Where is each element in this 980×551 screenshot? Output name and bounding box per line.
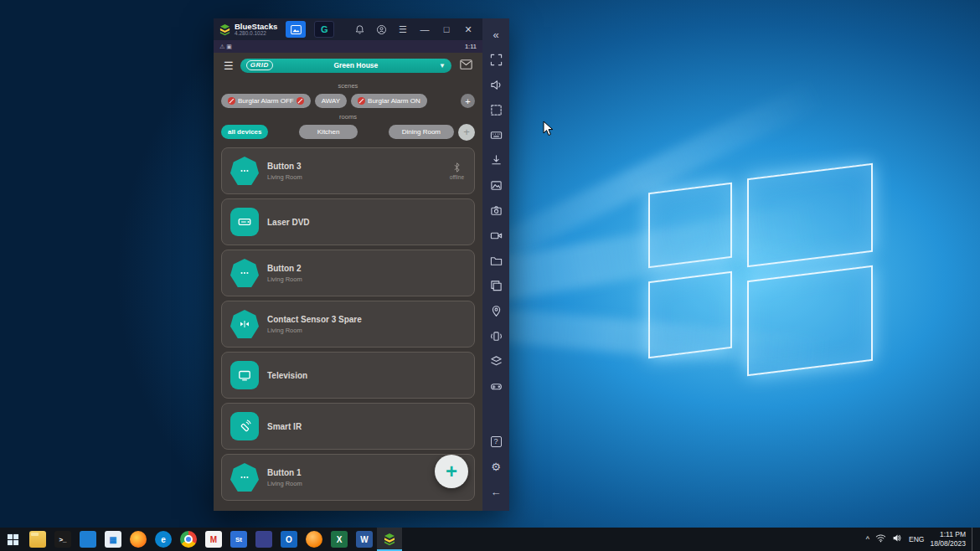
add-device-button[interactable]: + <box>435 455 468 488</box>
media-manager-icon[interactable] <box>483 173 508 198</box>
screen-record-icon[interactable] <box>483 223 508 248</box>
room-label: Kitchen <box>317 128 340 136</box>
taskbar-store[interactable]: ▦ <box>101 528 126 551</box>
scene-chip-burglar-alarm-on[interactable]: Burglar Alarm ON <box>351 94 427 108</box>
tray-volume-icon[interactable] <box>892 532 903 547</box>
room-chip-dining-room[interactable]: Dining Room <box>389 125 454 139</box>
minimize-button[interactable]: — <box>415 21 434 38</box>
close-button[interactable]: ✕ <box>459 21 477 38</box>
volume-icon[interactable] <box>483 72 508 97</box>
home-name: Green House <box>278 61 434 70</box>
help-glyph: ? <box>491 436 502 447</box>
wallpaper-pane <box>747 163 873 267</box>
notifications-bell-icon[interactable] <box>350 21 369 38</box>
grid-logo: GRID <box>246 60 273 70</box>
taskbar-edge[interactable]: e <box>151 528 176 551</box>
account-icon[interactable] <box>372 21 390 38</box>
screenshot-camera-icon[interactable] <box>483 198 508 223</box>
button-device-icon <box>230 259 259 287</box>
home-tab-photo-icon <box>291 25 302 34</box>
device-name: Button 3 <box>267 162 441 171</box>
scene-label: Burglar Alarm ON <box>368 97 420 105</box>
rotate-icon[interactable] <box>483 348 508 373</box>
device-room: Living Room <box>267 276 466 283</box>
device-card-smart-ir[interactable]: Smart IR <box>221 403 475 450</box>
shake-icon[interactable] <box>483 323 508 348</box>
sd-card-icon: ▣ <box>226 44 232 50</box>
bluestacks-logo-icon <box>219 23 231 36</box>
start-button[interactable] <box>0 528 25 551</box>
settings-gear-icon[interactable]: ⚙ <box>483 454 508 479</box>
wallpaper-pane <box>648 271 732 358</box>
screenshot-region-icon[interactable] <box>483 97 508 122</box>
collapse-sidebar-icon[interactable]: « <box>483 22 508 47</box>
tray-expand-icon[interactable]: ^ <box>866 535 869 543</box>
device-card-television[interactable]: Television <box>221 352 475 399</box>
messages-icon[interactable] <box>460 58 472 73</box>
add-room-button[interactable]: + <box>458 124 475 141</box>
back-icon[interactable]: ← <box>483 479 508 504</box>
maximize-button[interactable]: □ <box>437 21 456 38</box>
multi-instance-icon[interactable] <box>483 273 508 298</box>
bluestacks-toolbar: « <box>482 18 509 511</box>
taskbar-file-explorer[interactable] <box>25 528 50 551</box>
home-selector[interactable]: GRID Green House ▼ <box>240 59 451 73</box>
taskbar-steam[interactable]: St <box>226 528 251 551</box>
location-icon[interactable] <box>483 298 508 323</box>
taskbar-firefox[interactable] <box>126 528 151 551</box>
taskbar-bluestacks[interactable] <box>377 528 402 551</box>
show-desktop-button[interactable] <box>972 528 975 551</box>
grid-app-tab[interactable]: G <box>314 21 334 38</box>
scene-label: AWAY <box>322 97 340 105</box>
rooms-row: all devices Kitchen Dining Room + <box>214 124 482 140</box>
smart-ir-device-icon <box>230 412 259 440</box>
device-card-button-3[interactable]: Button 3 Living Room offline <box>221 147 475 194</box>
scene-chip-away[interactable]: AWAY <box>315 94 347 108</box>
device-card-button-2[interactable]: Button 2 Living Room <box>221 250 475 296</box>
contact-sensor-device-icon <box>230 310 259 338</box>
fullscreen-icon[interactable] <box>483 47 508 72</box>
folder-icon[interactable] <box>483 248 508 273</box>
help-icon[interactable]: ? <box>483 429 508 454</box>
rooms-label: rooms <box>214 113 482 121</box>
room-label: Dining Room <box>402 128 441 136</box>
android-clock: 1:11 <box>465 43 477 50</box>
install-apk-icon[interactable] <box>483 147 508 173</box>
taskbar-java[interactable] <box>302 528 327 551</box>
room-chip-kitchen[interactable]: Kitchen <box>299 125 358 139</box>
network-icon[interactable] <box>875 532 886 547</box>
clock-time: 1:11 PM <box>930 530 966 539</box>
taskbar-word[interactable]: W <box>352 528 377 551</box>
taskbar-teams[interactable] <box>251 528 276 551</box>
device-room: Living Room <box>267 327 466 334</box>
room-label: all devices <box>228 128 261 136</box>
device-card-laser-dvd[interactable]: Laser DVD <box>221 198 475 245</box>
button-device-icon <box>230 463 259 492</box>
television-device-icon <box>230 361 259 389</box>
taskbar-excel[interactable]: X <box>327 528 352 551</box>
game-controls-icon[interactable] <box>483 373 508 399</box>
grid-app: ☰ GRID Green House ▼ scenes <box>214 53 482 511</box>
room-chip-all-devices[interactable]: all devices <box>221 125 268 139</box>
alarm-on-icon <box>358 97 365 105</box>
scene-chip-burglar-alarm-off[interactable]: Burglar Alarm OFF <box>221 94 311 108</box>
device-name: Television <box>267 371 466 380</box>
add-scene-button[interactable]: + <box>461 94 475 108</box>
taskbar: >_ ▦ e M St O X W ^ ENG <box>0 528 980 551</box>
keymap-icon[interactable] <box>483 122 508 147</box>
taskbar-clock[interactable]: 1:11 PM 18/08/2023 <box>930 530 966 548</box>
bluestacks-titlebar: BlueStacks 4.280.0.1022 G <box>214 18 482 40</box>
taskbar-command-prompt[interactable]: >_ <box>50 528 75 551</box>
taskbar-chrome[interactable] <box>176 528 201 551</box>
taskbar-gmail[interactable]: M <box>201 528 226 551</box>
scenes-label: scenes <box>214 82 482 90</box>
app-menu-icon[interactable]: ☰ <box>224 59 234 72</box>
device-card-contact-sensor[interactable]: Contact Sensor 3 Spare Living Room <box>221 301 475 348</box>
taskbar-outlook[interactable]: O <box>276 528 302 551</box>
device-list: Button 3 Living Room offline <box>214 147 482 501</box>
menu-icon[interactable]: ☰ <box>394 21 412 38</box>
warning-icon: ⚠ <box>219 44 224 50</box>
home-tab[interactable] <box>286 21 306 38</box>
taskbar-photos[interactable] <box>75 528 101 551</box>
language-indicator[interactable]: ENG <box>909 535 924 543</box>
